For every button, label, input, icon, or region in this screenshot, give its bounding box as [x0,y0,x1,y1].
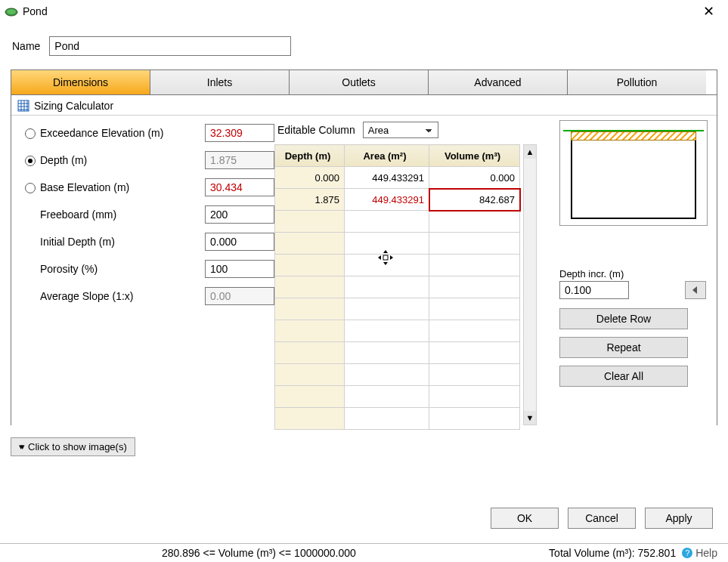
help-link[interactable]: Help [695,547,717,559]
table-row[interactable] [275,386,520,408]
clear-all-button[interactable]: Clear All [559,366,688,387]
parameters-column: Exceedance Elevation (m) Depth (m) Base … [17,116,274,425]
status-bar: 280.896 <= Volume (m³) <= 1000000.000 To… [0,543,728,562]
table-row[interactable] [275,233,520,255]
exceedance-elev-label: Exceedance Elevation (m) [40,127,205,139]
close-icon[interactable]: ✕ [699,5,719,18]
tab-pollution-label: Pollution [617,76,658,88]
freeboard-input[interactable] [205,205,274,224]
radio-exceedance-elev[interactable] [25,128,36,139]
scroll-up-icon[interactable]: ▲ [524,145,536,159]
name-row: Name [0,20,728,69]
table-row[interactable]: 0.000449.4332910.000 [275,167,520,189]
table-row[interactable] [275,408,520,430]
exceedance-elev-input[interactable] [205,124,274,142]
depth-incr-input[interactable] [559,281,629,299]
table-row[interactable] [275,255,520,276]
apply-button[interactable]: Apply [645,508,713,529]
center-column: Editable Column Area Depth (m) Area (m²)… [274,116,544,425]
table-scrollbar[interactable]: ▲ ▼ [523,144,537,425]
table-row[interactable] [275,276,520,298]
volume-range-status: 280.896 <= Volume (m³) <= 1000000.000 [162,547,356,559]
table-row[interactable] [275,320,520,342]
editable-column-select[interactable]: Area [363,122,438,138]
depth-input[interactable] [205,151,274,169]
grid-icon [17,100,29,112]
porosity-label: Porosity (%) [20,263,205,275]
app-icon [5,6,18,17]
name-input[interactable] [49,36,291,56]
scroll-down-icon[interactable]: ▼ [524,411,536,425]
sizing-heading-label: Sizing Calculator [34,100,113,112]
col-depth[interactable]: Depth (m) [275,145,345,167]
help-icon[interactable]: ? [682,548,692,558]
depth-incr-label: Depth incr. (m) [559,268,711,279]
radio-base-elev[interactable] [25,183,36,193]
repeat-button[interactable]: Repeat [559,337,688,358]
editable-column-label: Editable Column [277,124,355,136]
porosity-input[interactable] [205,260,274,278]
avg-slope-label: Average Slope (1:x) [20,290,205,302]
table-row[interactable] [275,298,520,320]
panel-body: Exceedance Elevation (m) Depth (m) Base … [11,115,717,425]
titlebar: Pond ✕ [0,0,728,20]
col-volume[interactable]: Volume (m³) [429,145,520,167]
name-label: Name [12,40,40,52]
cancel-button[interactable]: Cancel [568,508,636,529]
show-images-label: Click to show image(s) [28,441,127,452]
tab-dimensions-label: Dimensions [53,76,108,88]
table-row[interactable]: 1.875449.433291842.687 [275,189,520,211]
right-column: Depth incr. (m) Delete Row Repeat Clear … [544,116,711,425]
chevron-down-icon: ▾▾ [19,442,22,452]
table-row[interactable] [275,364,520,386]
geometry-table[interactable]: Depth (m) Area (m²) Volume (m³) 0.000449… [274,144,520,430]
tab-inlets[interactable]: Inlets [150,70,290,94]
initial-depth-input[interactable] [205,233,274,251]
tab-outlets[interactable]: Outlets [290,70,429,94]
avg-slope-input[interactable] [205,287,274,305]
delete-row-button[interactable]: Delete Row [559,308,688,329]
depth-label: Depth (m) [40,154,205,166]
total-volume-status: Total Volume (m³): 752.801 [549,547,676,559]
radio-depth[interactable] [25,156,36,166]
base-elev-input[interactable] [205,178,274,196]
tab-inlets-label: Inlets [207,76,232,88]
table-row[interactable] [275,342,520,364]
window-title: Pond [23,5,48,17]
base-elev-label: Base Elevation (m) [40,181,205,193]
ok-button[interactable]: OK [491,508,559,529]
svg-marker-9 [692,286,697,294]
depth-incr-arrow-left-icon[interactable] [685,281,706,299]
svg-point-1 [7,9,16,14]
tabs: Dimensions Inlets Outlets Advanced Pollu… [11,70,706,95]
tab-advanced[interactable]: Advanced [429,70,568,94]
cross-section-preview [559,120,708,226]
tab-pollution[interactable]: Pollution [568,70,706,94]
tab-advanced-label: Advanced [474,76,521,88]
freeboard-label: Freeboard (mm) [20,208,205,221]
tabs-panel: Dimensions Inlets Outlets Advanced Pollu… [11,69,717,425]
show-images-button[interactable]: ▾▾ Click to show image(s) [11,437,135,456]
col-area[interactable]: Area (m²) [345,145,429,167]
table-row[interactable] [275,211,520,233]
tab-outlets-label: Outlets [342,76,375,88]
tab-dimensions[interactable]: Dimensions [11,70,150,94]
initial-depth-label: Initial Depth (m) [20,236,205,248]
sizing-heading: Sizing Calculator [11,95,717,115]
